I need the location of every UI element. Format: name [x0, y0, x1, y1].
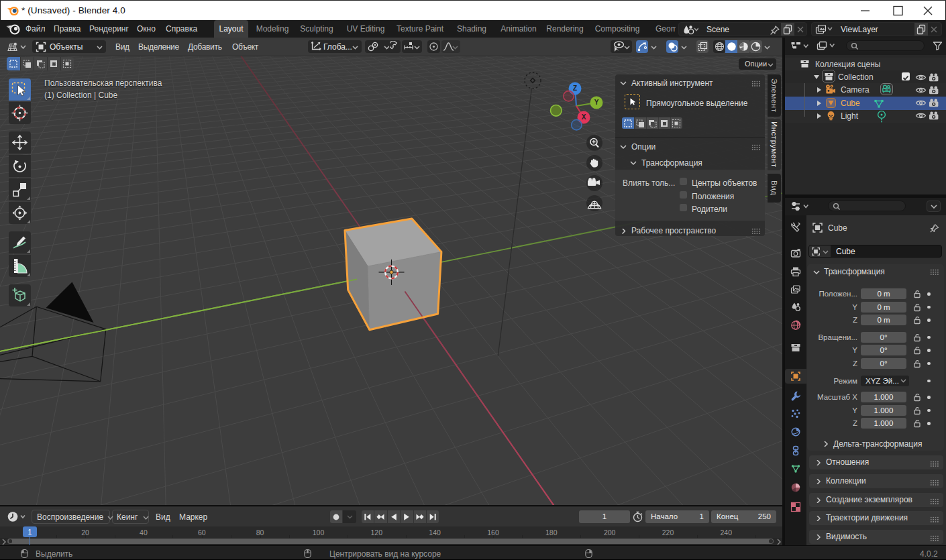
svg-text:Y: Y — [594, 99, 599, 106]
svg-text:X: X — [582, 113, 586, 121]
svg-text:Z: Z — [573, 85, 577, 92]
